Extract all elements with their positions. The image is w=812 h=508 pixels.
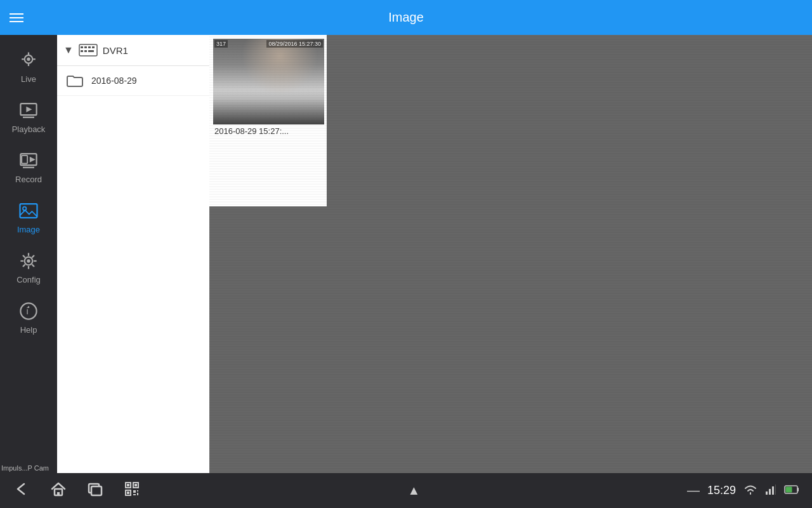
- svg-rect-49: [137, 493, 138, 495]
- svg-rect-55: [786, 486, 792, 492]
- svg-rect-32: [92, 46, 95, 48]
- battery-icon: [784, 485, 799, 497]
- up-chevron[interactable]: ▲: [408, 483, 421, 498]
- svg-point-14: [23, 207, 26, 210]
- sidebar-item-record-label: Record: [15, 175, 42, 184]
- svg-rect-43: [134, 484, 137, 486]
- thumb-channel: 317: [214, 40, 228, 48]
- thumb-image: 08/29/2016 15:27:30 317: [213, 39, 324, 124]
- sidebar-item-live-label: Live: [21, 74, 36, 84]
- svg-rect-46: [133, 490, 136, 493]
- sidebar-item-playback[interactable]: Playback: [0, 91, 57, 142]
- record-icon: [17, 149, 40, 172]
- signal-icon: [765, 484, 776, 498]
- svg-point-27: [28, 306, 30, 308]
- back-button[interactable]: [13, 480, 30, 502]
- svg-marker-10: [30, 157, 36, 163]
- help-icon: i: [17, 300, 40, 323]
- svg-rect-34: [84, 50, 87, 52]
- top-bar: Image: [0, 0, 812, 35]
- svg-rect-30: [84, 46, 87, 48]
- recents-button[interactable]: [86, 480, 104, 502]
- bottom-bar: ▲ — 15:29: [0, 473, 812, 508]
- dvr-header[interactable]: ▼ DVR1: [57, 35, 209, 66]
- svg-rect-35: [88, 50, 94, 52]
- sidebar-item-live[interactable]: Live: [0, 41, 57, 91]
- folder-item[interactable]: 2016-08-29: [57, 66, 209, 96]
- svg-rect-39: [91, 486, 102, 495]
- sidebar-item-help-label: Help: [20, 325, 37, 335]
- wifi-icon: [743, 484, 757, 498]
- svg-rect-12: [22, 156, 27, 164]
- svg-rect-52: [772, 486, 774, 495]
- sidebar-item-help[interactable]: i Help: [0, 292, 57, 342]
- sidebar-item-config[interactable]: Config: [0, 242, 57, 292]
- sidebar-item-record[interactable]: Record: [0, 142, 57, 192]
- sidebar-item-config-label: Config: [16, 275, 41, 284]
- app-label: Impuls...P Cam: [1, 464, 49, 472]
- svg-rect-37: [57, 492, 60, 495]
- thumb-timestamp: 08/29/2016 15:27:30: [266, 40, 323, 48]
- menu-button[interactable]: [10, 13, 23, 22]
- home-button[interactable]: [49, 480, 67, 502]
- svg-line-24: [23, 264, 25, 267]
- dvr-name: DVR1: [103, 45, 128, 56]
- svg-rect-41: [127, 484, 129, 486]
- page-title: Image: [388, 10, 424, 25]
- svg-rect-47: [137, 490, 138, 491]
- svg-point-5: [27, 58, 30, 61]
- chevron-down-icon: ▼: [63, 44, 74, 56]
- main-content: 08/29/2016 15:27:30 317 2016-08-29 15:27…: [209, 35, 812, 473]
- svg-rect-33: [81, 50, 83, 52]
- svg-line-21: [23, 255, 25, 258]
- sidebar-item-image[interactable]: Image: [0, 192, 57, 242]
- image-icon: [17, 199, 40, 222]
- sidebar: Live Playback Record Image: [0, 35, 57, 473]
- svg-rect-50: [766, 491, 768, 495]
- bottom-nav-left: [13, 480, 141, 502]
- svg-point-25: [20, 303, 36, 319]
- left-panel: ▼ DVR1 2016-08-29: [57, 35, 209, 473]
- image-label: 2016-08-29 15:27:...: [213, 124, 323, 138]
- svg-rect-29: [81, 46, 83, 48]
- svg-rect-13: [20, 204, 37, 218]
- svg-rect-56: [797, 488, 799, 491]
- images-section: 08/29/2016 15:27:30 317 2016-08-29 15:27…: [209, 35, 327, 206]
- svg-rect-45: [127, 491, 129, 494]
- svg-text:i: i: [26, 306, 28, 316]
- bottom-nav-right: — 15:29: [687, 483, 799, 498]
- svg-line-23: [32, 255, 34, 258]
- config-icon: [17, 250, 40, 272]
- svg-rect-48: [133, 494, 136, 495]
- sidebar-item-image-label: Image: [17, 225, 40, 234]
- battery-minus: —: [687, 483, 700, 498]
- folder-icon: [66, 74, 84, 88]
- svg-rect-31: [88, 46, 91, 48]
- system-time: 15:29: [707, 484, 736, 497]
- svg-point-16: [27, 259, 30, 262]
- svg-rect-51: [769, 489, 771, 495]
- svg-rect-53: [775, 485, 776, 495]
- image-thumbnail-container[interactable]: 08/29/2016 15:27:30 317 2016-08-29 15:27…: [209, 35, 327, 142]
- playback-icon: [17, 99, 40, 122]
- svg-marker-7: [26, 107, 32, 112]
- sidebar-item-playback-label: Playback: [12, 124, 46, 134]
- folder-date: 2016-08-29: [91, 76, 137, 86]
- svg-line-22: [32, 264, 34, 267]
- qr-button[interactable]: [123, 480, 141, 502]
- camera-icon: [17, 49, 40, 72]
- dvr-icon: [79, 44, 98, 57]
